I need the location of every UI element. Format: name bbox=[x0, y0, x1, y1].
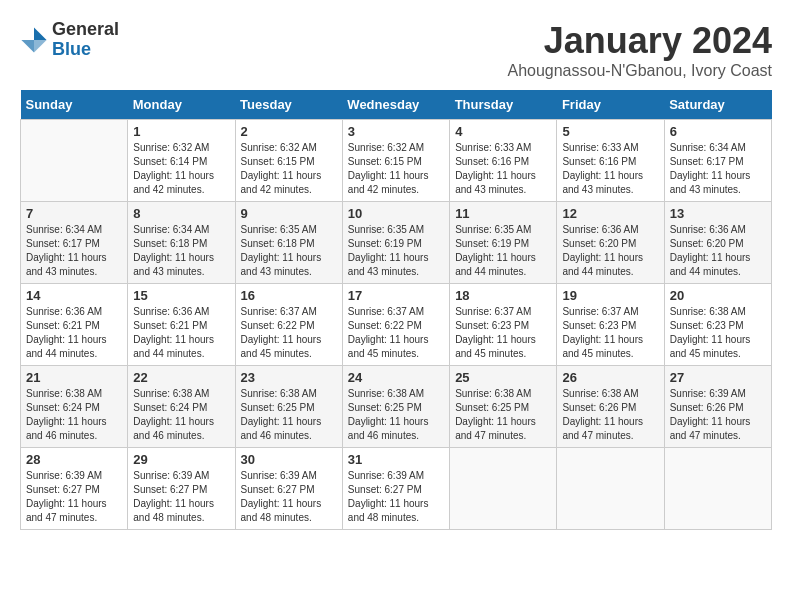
day-info: Sunrise: 6:39 AM Sunset: 6:27 PM Dayligh… bbox=[348, 469, 444, 525]
calendar-week-row: 7Sunrise: 6:34 AM Sunset: 6:17 PM Daylig… bbox=[21, 202, 772, 284]
day-number: 12 bbox=[562, 206, 658, 221]
day-info: Sunrise: 6:32 AM Sunset: 6:14 PM Dayligh… bbox=[133, 141, 229, 197]
calendar-cell: 15Sunrise: 6:36 AM Sunset: 6:21 PM Dayli… bbox=[128, 284, 235, 366]
weekday-header-monday: Monday bbox=[128, 90, 235, 120]
day-number: 18 bbox=[455, 288, 551, 303]
calendar-week-row: 14Sunrise: 6:36 AM Sunset: 6:21 PM Dayli… bbox=[21, 284, 772, 366]
calendar-cell: 7Sunrise: 6:34 AM Sunset: 6:17 PM Daylig… bbox=[21, 202, 128, 284]
calendar-cell: 12Sunrise: 6:36 AM Sunset: 6:20 PM Dayli… bbox=[557, 202, 664, 284]
day-info: Sunrise: 6:34 AM Sunset: 6:18 PM Dayligh… bbox=[133, 223, 229, 279]
day-info: Sunrise: 6:38 AM Sunset: 6:26 PM Dayligh… bbox=[562, 387, 658, 443]
calendar-cell: 23Sunrise: 6:38 AM Sunset: 6:25 PM Dayli… bbox=[235, 366, 342, 448]
day-info: Sunrise: 6:35 AM Sunset: 6:19 PM Dayligh… bbox=[455, 223, 551, 279]
calendar-body: 1Sunrise: 6:32 AM Sunset: 6:14 PM Daylig… bbox=[21, 120, 772, 530]
logo-general-text: General bbox=[52, 20, 119, 40]
day-info: Sunrise: 6:34 AM Sunset: 6:17 PM Dayligh… bbox=[670, 141, 766, 197]
day-number: 19 bbox=[562, 288, 658, 303]
day-info: Sunrise: 6:38 AM Sunset: 6:25 PM Dayligh… bbox=[348, 387, 444, 443]
day-info: Sunrise: 6:38 AM Sunset: 6:24 PM Dayligh… bbox=[26, 387, 122, 443]
day-number: 23 bbox=[241, 370, 337, 385]
day-number: 20 bbox=[670, 288, 766, 303]
calendar-cell: 30Sunrise: 6:39 AM Sunset: 6:27 PM Dayli… bbox=[235, 448, 342, 530]
calendar-cell: 25Sunrise: 6:38 AM Sunset: 6:25 PM Dayli… bbox=[450, 366, 557, 448]
calendar-cell: 27Sunrise: 6:39 AM Sunset: 6:26 PM Dayli… bbox=[664, 366, 771, 448]
day-info: Sunrise: 6:39 AM Sunset: 6:27 PM Dayligh… bbox=[26, 469, 122, 525]
calendar-cell: 26Sunrise: 6:38 AM Sunset: 6:26 PM Dayli… bbox=[557, 366, 664, 448]
day-number: 15 bbox=[133, 288, 229, 303]
day-info: Sunrise: 6:33 AM Sunset: 6:16 PM Dayligh… bbox=[455, 141, 551, 197]
day-number: 27 bbox=[670, 370, 766, 385]
logo-text: General Blue bbox=[52, 20, 119, 60]
day-number: 30 bbox=[241, 452, 337, 467]
calendar-cell bbox=[664, 448, 771, 530]
calendar-cell: 5Sunrise: 6:33 AM Sunset: 6:16 PM Daylig… bbox=[557, 120, 664, 202]
day-number: 5 bbox=[562, 124, 658, 139]
day-info: Sunrise: 6:38 AM Sunset: 6:25 PM Dayligh… bbox=[455, 387, 551, 443]
calendar-cell: 19Sunrise: 6:37 AM Sunset: 6:23 PM Dayli… bbox=[557, 284, 664, 366]
calendar-cell: 8Sunrise: 6:34 AM Sunset: 6:18 PM Daylig… bbox=[128, 202, 235, 284]
calendar-cell: 24Sunrise: 6:38 AM Sunset: 6:25 PM Dayli… bbox=[342, 366, 449, 448]
calendar-cell: 17Sunrise: 6:37 AM Sunset: 6:22 PM Dayli… bbox=[342, 284, 449, 366]
calendar-cell: 20Sunrise: 6:38 AM Sunset: 6:23 PM Dayli… bbox=[664, 284, 771, 366]
day-info: Sunrise: 6:36 AM Sunset: 6:20 PM Dayligh… bbox=[562, 223, 658, 279]
day-info: Sunrise: 6:37 AM Sunset: 6:22 PM Dayligh… bbox=[241, 305, 337, 361]
day-number: 24 bbox=[348, 370, 444, 385]
day-info: Sunrise: 6:36 AM Sunset: 6:20 PM Dayligh… bbox=[670, 223, 766, 279]
logo-blue-text: Blue bbox=[52, 40, 119, 60]
weekday-header-row: SundayMondayTuesdayWednesdayThursdayFrid… bbox=[21, 90, 772, 120]
calendar-cell: 11Sunrise: 6:35 AM Sunset: 6:19 PM Dayli… bbox=[450, 202, 557, 284]
day-number: 28 bbox=[26, 452, 122, 467]
day-number: 4 bbox=[455, 124, 551, 139]
svg-marker-2 bbox=[21, 40, 34, 53]
location-subtitle: Ahougnassou-N'Gbanou, Ivory Coast bbox=[507, 62, 772, 80]
day-number: 31 bbox=[348, 452, 444, 467]
day-number: 13 bbox=[670, 206, 766, 221]
day-info: Sunrise: 6:37 AM Sunset: 6:23 PM Dayligh… bbox=[455, 305, 551, 361]
day-number: 6 bbox=[670, 124, 766, 139]
weekday-header-sunday: Sunday bbox=[21, 90, 128, 120]
day-number: 29 bbox=[133, 452, 229, 467]
day-number: 26 bbox=[562, 370, 658, 385]
calendar-week-row: 1Sunrise: 6:32 AM Sunset: 6:14 PM Daylig… bbox=[21, 120, 772, 202]
day-info: Sunrise: 6:36 AM Sunset: 6:21 PM Dayligh… bbox=[26, 305, 122, 361]
calendar-cell: 14Sunrise: 6:36 AM Sunset: 6:21 PM Dayli… bbox=[21, 284, 128, 366]
day-number: 16 bbox=[241, 288, 337, 303]
day-info: Sunrise: 6:37 AM Sunset: 6:23 PM Dayligh… bbox=[562, 305, 658, 361]
calendar-header: SundayMondayTuesdayWednesdayThursdayFrid… bbox=[21, 90, 772, 120]
day-info: Sunrise: 6:35 AM Sunset: 6:18 PM Dayligh… bbox=[241, 223, 337, 279]
day-number: 9 bbox=[241, 206, 337, 221]
calendar-cell: 31Sunrise: 6:39 AM Sunset: 6:27 PM Dayli… bbox=[342, 448, 449, 530]
day-info: Sunrise: 6:38 AM Sunset: 6:25 PM Dayligh… bbox=[241, 387, 337, 443]
calendar-cell: 10Sunrise: 6:35 AM Sunset: 6:19 PM Dayli… bbox=[342, 202, 449, 284]
day-info: Sunrise: 6:38 AM Sunset: 6:23 PM Dayligh… bbox=[670, 305, 766, 361]
logo: General Blue bbox=[20, 20, 119, 60]
day-number: 1 bbox=[133, 124, 229, 139]
calendar-week-row: 28Sunrise: 6:39 AM Sunset: 6:27 PM Dayli… bbox=[21, 448, 772, 530]
svg-marker-1 bbox=[34, 40, 47, 53]
day-info: Sunrise: 6:39 AM Sunset: 6:27 PM Dayligh… bbox=[133, 469, 229, 525]
title-block: January 2024 Ahougnassou-N'Gbanou, Ivory… bbox=[507, 20, 772, 80]
day-number: 17 bbox=[348, 288, 444, 303]
calendar-cell: 6Sunrise: 6:34 AM Sunset: 6:17 PM Daylig… bbox=[664, 120, 771, 202]
day-info: Sunrise: 6:32 AM Sunset: 6:15 PM Dayligh… bbox=[348, 141, 444, 197]
calendar-cell: 29Sunrise: 6:39 AM Sunset: 6:27 PM Dayli… bbox=[128, 448, 235, 530]
month-title: January 2024 bbox=[507, 20, 772, 62]
calendar-cell: 16Sunrise: 6:37 AM Sunset: 6:22 PM Dayli… bbox=[235, 284, 342, 366]
day-number: 10 bbox=[348, 206, 444, 221]
day-number: 7 bbox=[26, 206, 122, 221]
calendar-cell: 2Sunrise: 6:32 AM Sunset: 6:15 PM Daylig… bbox=[235, 120, 342, 202]
day-info: Sunrise: 6:33 AM Sunset: 6:16 PM Dayligh… bbox=[562, 141, 658, 197]
day-info: Sunrise: 6:39 AM Sunset: 6:26 PM Dayligh… bbox=[670, 387, 766, 443]
calendar-cell: 4Sunrise: 6:33 AM Sunset: 6:16 PM Daylig… bbox=[450, 120, 557, 202]
weekday-header-tuesday: Tuesday bbox=[235, 90, 342, 120]
day-info: Sunrise: 6:35 AM Sunset: 6:19 PM Dayligh… bbox=[348, 223, 444, 279]
calendar-cell: 3Sunrise: 6:32 AM Sunset: 6:15 PM Daylig… bbox=[342, 120, 449, 202]
calendar-cell bbox=[450, 448, 557, 530]
calendar-cell bbox=[21, 120, 128, 202]
calendar-week-row: 21Sunrise: 6:38 AM Sunset: 6:24 PM Dayli… bbox=[21, 366, 772, 448]
calendar-cell: 18Sunrise: 6:37 AM Sunset: 6:23 PM Dayli… bbox=[450, 284, 557, 366]
day-info: Sunrise: 6:38 AM Sunset: 6:24 PM Dayligh… bbox=[133, 387, 229, 443]
day-info: Sunrise: 6:39 AM Sunset: 6:27 PM Dayligh… bbox=[241, 469, 337, 525]
calendar-cell: 22Sunrise: 6:38 AM Sunset: 6:24 PM Dayli… bbox=[128, 366, 235, 448]
day-info: Sunrise: 6:36 AM Sunset: 6:21 PM Dayligh… bbox=[133, 305, 229, 361]
